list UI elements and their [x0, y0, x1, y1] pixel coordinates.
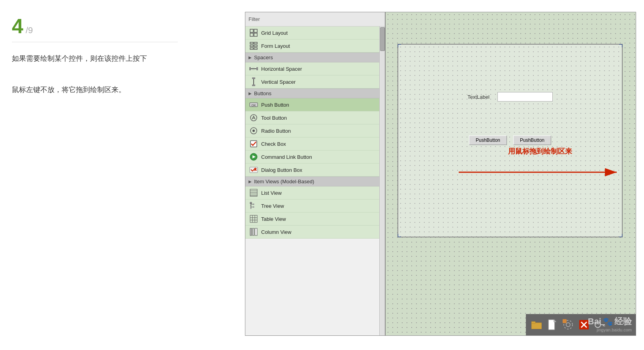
toolbar-icon-new[interactable]	[546, 319, 558, 331]
bear-icon: 🐾	[603, 317, 613, 326]
step-num-total: /9	[26, 25, 33, 36]
push-button-1[interactable]: PushButton	[469, 135, 507, 145]
tree-view-icon	[249, 201, 258, 210]
palette-item-form-layout[interactable]: Form Layout	[245, 40, 385, 53]
palette-item-grid-layout[interactable]: Grid Layout	[245, 26, 385, 40]
watermark: Bai 🐾 经验 jingyan.baidu.com	[588, 316, 632, 332]
horizontal-spacer-label: Horizontal Spacer	[261, 66, 302, 72]
right-panel: Filter Grid Layout	[245, 12, 636, 336]
palette-item-column-view[interactable]: Column View	[245, 226, 385, 239]
svg-text:OK: OK	[251, 103, 256, 107]
svg-rect-30	[250, 189, 257, 196]
check-box-icon	[249, 139, 258, 148]
filter-bar[interactable]: Filter	[245, 12, 385, 26]
form-layout-label: Form Layout	[261, 43, 290, 49]
palette-list[interactable]: Grid Layout Form Layout	[245, 26, 385, 335]
horizontal-spacer-icon	[249, 64, 258, 73]
toolbar-icon-settings[interactable]	[562, 319, 574, 331]
column-view-icon	[249, 228, 258, 236]
table-view-icon	[249, 215, 258, 223]
svg-rect-9	[254, 48, 257, 49]
left-panel: 4 /9 如果需要绘制某个控件，则在该控件上按下 鼠标左键不放，将它拖到绘制区来…	[12, 16, 178, 98]
column-view-label: Column View	[261, 229, 291, 235]
svg-rect-3	[254, 33, 257, 36]
watermark-url: jingyan.baidu.com	[588, 327, 632, 332]
svg-rect-2	[250, 33, 253, 36]
palette-item-tree-view[interactable]: Tree View	[245, 199, 385, 213]
palette-item-vertical-spacer[interactable]: Vertical Spacer	[245, 75, 385, 88]
description: 如果需要绘制某个控件，则在该控件上按下 鼠标左键不放，将它拖到绘制区来。	[12, 51, 178, 98]
list-view-icon	[249, 188, 258, 197]
svg-rect-60	[563, 319, 567, 323]
svg-rect-6	[250, 45, 253, 47]
step-number: 4 /9	[12, 16, 178, 36]
table-view-label: Table View	[261, 216, 286, 222]
palette-item-command-link[interactable]: Command Link Button	[245, 151, 385, 164]
palette-item-radio-button[interactable]: Radio Button	[245, 124, 385, 137]
svg-rect-1	[254, 29, 257, 32]
dialog-button-icon	[249, 166, 258, 174]
svg-rect-7	[254, 45, 257, 47]
section-item-views: ▶ Item Views (Model-Based)	[245, 177, 385, 186]
grid-layout-label: Grid Layout	[261, 30, 288, 36]
design-area[interactable]: TextLabel PushButton PushButton	[386, 12, 636, 335]
radio-button-icon	[249, 126, 258, 135]
line-edit[interactable]	[497, 92, 553, 102]
palette-item-check-box[interactable]: Check Box	[245, 137, 385, 151]
toolbar-icon-folder[interactable]	[531, 319, 542, 331]
tool-button-icon	[249, 113, 258, 122]
bottom-toolbar: Bai 🐾 经验 jingyan.baidu.com	[526, 314, 636, 335]
check-box-label: Check Box	[261, 141, 286, 147]
baidu-logo: Bai 🐾 经验	[588, 316, 632, 327]
svg-point-23	[252, 130, 255, 132]
form-row-textlabel: TextLabel	[398, 92, 622, 102]
svg-rect-49	[252, 228, 254, 235]
svg-rect-5	[254, 42, 257, 44]
palette-item-horizontal-spacer[interactable]: Horizontal Spacer	[245, 62, 385, 75]
list-view-label: List View	[261, 190, 282, 196]
command-link-label: Command Link Button	[261, 154, 312, 160]
tool-button-label: Tool Button	[261, 115, 287, 121]
tree-view-label: Tree View	[261, 203, 284, 209]
svg-marker-57	[554, 320, 556, 322]
svg-rect-12	[256, 67, 258, 70]
palette-scrollbar[interactable]	[379, 26, 385, 335]
svg-rect-54	[531, 322, 535, 324]
form-widget-inner: TextLabel PushButton PushButton	[398, 45, 622, 237]
jingyan-text: 经验	[614, 316, 632, 327]
dialog-button-label: Dialog Button Box	[261, 167, 302, 173]
push-button-2[interactable]: PushButton	[513, 135, 551, 145]
svg-rect-48	[250, 228, 252, 235]
svg-rect-43	[250, 215, 257, 222]
radio-button-label: Radio Button	[261, 128, 291, 134]
push-button-icon: OK	[249, 100, 258, 109]
annotation-text: 用鼠标拖到绘制区来	[508, 147, 572, 156]
svg-rect-0	[250, 29, 253, 32]
form-row-pushbuttons: PushButton PushButton	[398, 135, 622, 145]
command-link-icon	[249, 152, 258, 161]
grid-layout-icon	[249, 28, 258, 37]
buttons-arrow: ▶	[249, 91, 252, 96]
desc-line1: 如果需要绘制某个控件，则在该控件上按下	[12, 55, 147, 62]
scrollbar-thumb[interactable]	[380, 27, 385, 51]
buttons-label: Buttons	[254, 90, 271, 96]
item-views-arrow: ▶	[249, 179, 252, 184]
palette-item-list-view[interactable]: List View	[245, 186, 385, 199]
spacers-label: Spacers	[254, 55, 273, 60]
palette-item-table-view[interactable]: Table View	[245, 213, 385, 226]
filter-label: Filter	[249, 16, 260, 22]
vertical-spacer-label: Vertical Spacer	[261, 79, 296, 85]
svg-rect-4	[250, 42, 253, 44]
section-spacers: ▶ Spacers	[245, 53, 385, 62]
divider	[12, 42, 178, 42]
palette-item-dialog-button[interactable]: Dialog Button Box	[245, 164, 385, 177]
svg-point-58	[566, 323, 570, 327]
form-widget[interactable]: TextLabel PushButton PushButton	[397, 44, 623, 237]
svg-rect-10	[249, 67, 251, 70]
text-label: TextLabel	[467, 94, 490, 100]
vertical-spacer-icon	[249, 77, 258, 86]
baidu-text: Bai	[588, 316, 601, 327]
palette-item-push-button[interactable]: OK Push Button	[245, 98, 385, 111]
palette-item-tool-button[interactable]: Tool Button	[245, 111, 385, 124]
form-layout-icon	[249, 41, 258, 50]
